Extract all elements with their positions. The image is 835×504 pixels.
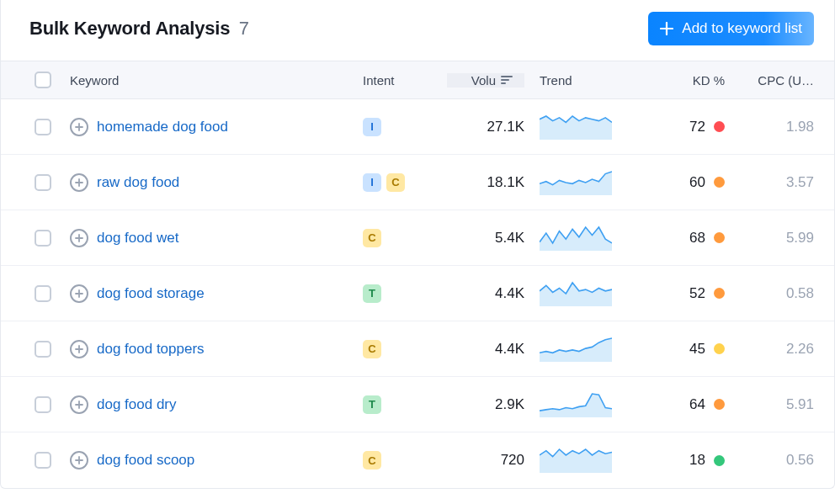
table-row: dog food storage T 4.4K 52 0.58: [1, 266, 834, 321]
table-row: dog food toppers C 4.4K 45 2.26: [1, 321, 834, 377]
intent-badge-I: I: [363, 173, 381, 192]
trend-sparkline: [540, 114, 612, 140]
intent-badges: I: [363, 118, 381, 136]
panel-title: Bulk Keyword Analysis: [29, 18, 230, 39]
kd-value: 60: [689, 174, 705, 191]
trend-sparkline: [540, 281, 612, 306]
trend-sparkline: [540, 225, 612, 251]
keyword-link[interactable]: dog food dry: [97, 396, 177, 413]
row-checkbox[interactable]: [35, 119, 51, 135]
row-checkbox[interactable]: [35, 285, 51, 302]
add-to-keyword-list-button[interactable]: Add to keyword list: [648, 12, 814, 45]
intent-badges: C: [363, 340, 381, 358]
intent-badge-T: T: [363, 395, 381, 414]
cpc-value: 1.98: [786, 119, 814, 135]
kd-difficulty-dot: [714, 121, 725, 132]
kd-difficulty-dot: [714, 232, 725, 243]
table-body: homemade dog food I 27.1K 72 1.98: [1, 99, 834, 488]
row-checkbox[interactable]: [35, 396, 51, 413]
volume-value: 2.9K: [495, 396, 524, 412]
row-checkbox[interactable]: [35, 230, 51, 247]
intent-badge-T: T: [363, 284, 381, 303]
intent-badge-I: I: [363, 118, 381, 136]
column-header-keyword[interactable]: Keyword: [61, 73, 363, 88]
volume-value: 5.4K: [495, 230, 524, 246]
keyword-link[interactable]: raw dog food: [97, 174, 179, 191]
expand-row-button[interactable]: [70, 173, 88, 192]
cpc-value: 3.57: [786, 174, 814, 190]
plus-icon: [660, 22, 673, 35]
volume-value: 4.4K: [495, 285, 524, 301]
panel-header: Bulk Keyword Analysis 7 Add to keyword l…: [1, 0, 834, 61]
volume-value: 27.1K: [487, 119, 524, 135]
keyword-link[interactable]: dog food scoop: [97, 452, 194, 469]
kd-difficulty-dot: [714, 343, 725, 354]
column-header-intent[interactable]: Intent: [363, 73, 447, 88]
expand-row-button[interactable]: [70, 340, 88, 358]
intent-badge-C: C: [363, 229, 381, 247]
kd-value: 18: [689, 452, 705, 469]
sort-desc-icon: [501, 76, 513, 84]
expand-row-button[interactable]: [70, 451, 88, 470]
keyword-analysis-panel: Bulk Keyword Analysis 7 Add to keyword l…: [0, 0, 835, 489]
cpc-value: 0.58: [786, 285, 814, 301]
kd-difficulty-dot: [714, 288, 725, 299]
table-row: homemade dog food I 27.1K 72 1.98: [1, 99, 834, 155]
volume-value: 720: [501, 452, 524, 468]
panel-title-wrap: Bulk Keyword Analysis 7: [29, 18, 249, 40]
trend-sparkline: [540, 170, 612, 195]
column-header-kd[interactable]: KD %: [649, 73, 750, 88]
cpc-value: 5.91: [786, 396, 814, 412]
kd-value: 68: [689, 230, 705, 247]
select-all-checkbox[interactable]: [35, 72, 51, 88]
expand-row-button[interactable]: [70, 395, 88, 414]
column-header-trend[interactable]: Trend: [540, 73, 649, 88]
expand-row-button[interactable]: [70, 118, 88, 136]
trend-sparkline: [540, 337, 612, 362]
column-header-volume-label: Volu: [471, 73, 496, 88]
kd-value: 45: [689, 341, 705, 358]
intent-badges: C: [363, 229, 381, 247]
keyword-link[interactable]: dog food wet: [97, 230, 178, 247]
kd-difficulty-dot: [714, 455, 725, 466]
table-row: dog food dry T 2.9K 64 5.91: [1, 377, 834, 432]
cpc-value: 0.56: [786, 452, 814, 468]
intent-badges: T: [363, 284, 381, 303]
kd-value: 72: [689, 119, 705, 135]
trend-sparkline: [540, 448, 612, 473]
volume-value: 4.4K: [495, 341, 524, 357]
panel-title-count: 7: [239, 18, 249, 39]
intent-badge-C: C: [386, 173, 405, 192]
cpc-value: 5.99: [786, 230, 814, 246]
column-header-cpc[interactable]: CPC (U…: [750, 73, 834, 88]
row-checkbox[interactable]: [35, 174, 51, 191]
keyword-link[interactable]: dog food storage: [97, 285, 205, 302]
kd-difficulty-dot: [714, 399, 725, 410]
intent-badges: IC: [363, 173, 405, 192]
kd-difficulty-dot: [714, 177, 725, 188]
intent-badge-C: C: [363, 451, 381, 470]
keyword-link[interactable]: homemade dog food: [97, 119, 228, 135]
table-header: Keyword Intent Volu Trend KD % CPC (U…: [1, 61, 834, 99]
expand-row-button[interactable]: [70, 284, 88, 303]
cpc-value: 2.26: [786, 341, 814, 357]
trend-sparkline: [540, 392, 612, 417]
intent-badges: T: [363, 395, 381, 414]
volume-value: 18.1K: [487, 174, 524, 190]
intent-badge-C: C: [363, 340, 381, 358]
keyword-link[interactable]: dog food toppers: [97, 341, 205, 358]
table-row: raw dog food IC 18.1K 60 3.57: [1, 155, 834, 210]
add-button-label: Add to keyword list: [682, 20, 802, 37]
row-checkbox[interactable]: [35, 452, 51, 469]
header-checkbox-cell: [1, 72, 61, 88]
kd-value: 52: [689, 285, 705, 302]
intent-badges: C: [363, 451, 381, 470]
table-row: dog food wet C 5.4K 68 5.99: [1, 210, 834, 266]
column-header-volume[interactable]: Volu: [447, 73, 540, 88]
row-checkbox[interactable]: [35, 341, 51, 358]
table-row: dog food scoop C 720 18 0.56: [1, 432, 834, 488]
expand-row-button[interactable]: [70, 229, 88, 247]
kd-value: 64: [689, 396, 705, 413]
